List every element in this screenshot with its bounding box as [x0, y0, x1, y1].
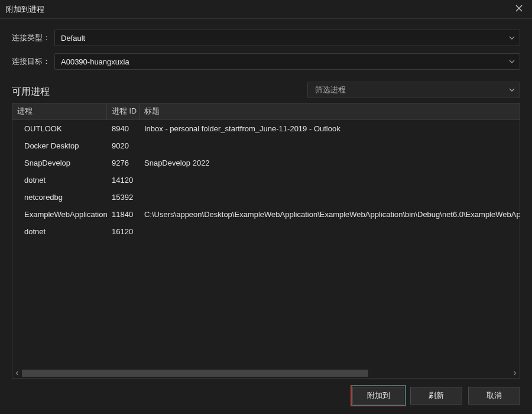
cell-pid: 14120: [107, 172, 140, 189]
cell-pid: 8940: [107, 120, 140, 137]
chevron-right-icon: [512, 371, 517, 376]
cell-process: OUTLOOK: [12, 120, 107, 137]
cell-title: C:\Users\appeon\Desktop\ExampleWebApplic…: [140, 206, 520, 223]
process-table: 进程 进程 ID 标题 OUTLOOK8940Inbox - personal …: [12, 103, 520, 379]
cancel-button[interactable]: 取消: [468, 387, 520, 405]
connection-type-dropdown[interactable]: Default: [54, 30, 520, 46]
filter-processes-dropdown[interactable]: 筛选进程: [307, 82, 520, 98]
connection-type-row: 连接类型： Default: [12, 30, 520, 46]
window-title: 附加到进程: [6, 4, 44, 15]
column-header-title[interactable]: 标题: [140, 104, 520, 119]
dialog-footer: 附加到 刷新 取消: [0, 379, 532, 414]
cell-title: [140, 172, 520, 189]
cell-title: [140, 137, 520, 154]
chevron-down-icon: [509, 87, 515, 93]
chevron-down-icon: [509, 59, 515, 64]
table-header: 进程 进程 ID 标题: [12, 104, 520, 120]
cell-process: netcoredbg: [12, 189, 107, 206]
table-row[interactable]: OUTLOOK8940Inbox - personal folder_start…: [12, 120, 520, 137]
connection-type-value: Default: [61, 34, 85, 43]
cell-title: [140, 189, 520, 206]
titlebar: 附加到进程: [0, 0, 532, 19]
connection-target-label: 连接目标：: [12, 56, 50, 67]
cell-process: ExampleWebApplication: [12, 206, 107, 223]
available-processes-header: 可用进程 筛选进程: [0, 73, 532, 103]
table-row[interactable]: Docker Desktop9020: [12, 137, 520, 154]
cell-title: [140, 223, 520, 240]
connection-target-row: 连接目标： A00390-huangxuxia: [12, 53, 520, 70]
refresh-button[interactable]: 刷新: [410, 387, 462, 405]
chevron-down-icon: [509, 35, 515, 41]
section-title: 可用进程: [12, 86, 50, 98]
close-icon: [515, 5, 523, 14]
cell-pid: 9020: [107, 137, 140, 154]
scroll-left-button[interactable]: [14, 370, 21, 377]
table-body: OUTLOOK8940Inbox - personal folder_start…: [12, 120, 520, 368]
connection-target-value: A00390-huangxuxia: [61, 57, 129, 66]
table-row[interactable]: dotnet14120: [12, 172, 520, 189]
cell-pid: 11840: [107, 206, 140, 223]
attach-button[interactable]: 附加到: [352, 387, 404, 405]
scrollbar-thumb[interactable]: [22, 370, 368, 377]
cell-pid: 16120: [107, 223, 140, 240]
connection-target-dropdown[interactable]: A00390-huangxuxia: [54, 53, 520, 70]
filter-placeholder: 筛选进程: [315, 85, 346, 95]
scrollbar-track[interactable]: [22, 370, 510, 377]
scroll-right-button[interactable]: [511, 370, 518, 377]
cell-title: Inbox - personal folder_startfrom_June-1…: [140, 120, 520, 137]
close-button[interactable]: [511, 1, 527, 18]
table-row[interactable]: netcoredbg15392: [12, 189, 520, 206]
column-header-pid[interactable]: 进程 ID: [107, 104, 140, 119]
cell-process: dotnet: [12, 172, 107, 189]
cell-process: dotnet: [12, 223, 107, 240]
cell-process: SnapDevelop: [12, 154, 107, 172]
cell-pid: 9276: [107, 154, 140, 172]
connection-form: 连接类型： Default 连接目标： A00390-huangxuxia: [0, 19, 532, 73]
connection-type-label: 连接类型：: [12, 33, 50, 43]
table-row[interactable]: ExampleWebApplication11840C:\Users\appeo…: [12, 206, 520, 223]
column-header-process[interactable]: 进程: [12, 104, 107, 119]
cell-title: SnapDevelop 2022: [140, 154, 520, 172]
table-row[interactable]: dotnet16120: [12, 223, 520, 240]
chevron-left-icon: [15, 371, 20, 376]
table-row[interactable]: SnapDevelop9276SnapDevelop 2022: [12, 154, 520, 172]
cell-process: Docker Desktop: [12, 137, 107, 154]
cell-pid: 15392: [107, 189, 140, 206]
horizontal-scrollbar: [12, 368, 520, 378]
